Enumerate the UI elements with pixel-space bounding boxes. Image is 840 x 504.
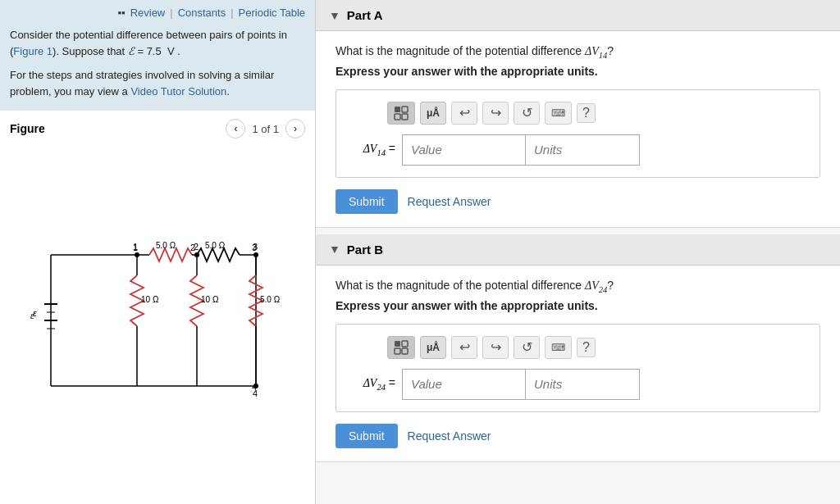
svg-rect-36 <box>395 107 400 112</box>
part-a-header: ▼ Part A <box>316 0 840 31</box>
part-b-submit-button[interactable]: Submit <box>336 424 398 448</box>
svg-rect-41 <box>402 341 408 347</box>
circuit-svg: 1 2 3 4 ε <box>26 238 289 402</box>
svg-text:10 Ω: 10 Ω <box>201 295 219 304</box>
part-a-help-button[interactable]: ? <box>577 103 596 123</box>
part-b-section: ▼ Part B What is the magnitude of the po… <box>316 234 840 462</box>
part-a-submit-button[interactable]: Submit <box>336 189 398 214</box>
part-b-toolbar: μÅ ↩ ↪ ↺ ⌨ ? <box>346 336 810 359</box>
svg-rect-39 <box>402 114 408 120</box>
circuit-diagram: 1 2 3 4 ε <box>10 145 305 496</box>
part-b-keyboard-button[interactable]: ⌨ <box>545 336 572 359</box>
svg-rect-40 <box>395 341 400 347</box>
svg-text:5.0 Ω: 5.0 Ω <box>156 241 176 250</box>
svg-rect-43 <box>402 348 408 354</box>
matrix-icon <box>394 106 409 120</box>
part-a-redo-button[interactable]: ↪ <box>482 102 509 125</box>
part-b-units-input[interactable] <box>525 369 640 400</box>
part-b-question: What is the magnitude of the potential d… <box>336 279 820 294</box>
svg-point-28 <box>194 252 199 257</box>
svg-text:ε: ε <box>30 310 34 321</box>
figure-prev-button[interactable]: ‹ <box>226 119 245 138</box>
part-a-reset-button[interactable]: ↺ <box>514 102 540 125</box>
part-b-equation-label: ΔV24 = <box>346 376 395 392</box>
svg-text:4: 4 <box>253 388 258 398</box>
part-b-value-input[interactable] <box>402 369 525 400</box>
figure-section: Figure ‹ 1 of 1 › 1 2 3 4 ε <box>0 111 315 504</box>
part-a-equation-label: ΔV14 = <box>346 142 395 157</box>
part-a-value-input[interactable] <box>402 134 525 166</box>
part-a-instruction: Express your answer with the appropriate… <box>336 65 820 78</box>
svg-rect-42 <box>395 348 400 354</box>
svg-text:10 Ω: 10 Ω <box>141 295 159 304</box>
problem-context: ▪▪ Review | Constants | Periodic Table C… <box>0 0 315 111</box>
svg-text:3: 3 <box>253 242 258 252</box>
problem-text-2: For the steps and strategies involved in… <box>10 67 305 99</box>
review-bar: ▪▪ Review | Constants | Periodic Table <box>10 7 305 19</box>
part-b-redo-button[interactable]: ↪ <box>482 336 509 359</box>
part-b-unit-button[interactable]: μÅ <box>420 336 446 359</box>
svg-point-29 <box>253 252 258 257</box>
review-link[interactable]: Review <box>130 7 166 19</box>
part-a-request-answer-link[interactable]: Request Answer <box>408 195 491 208</box>
part-b-request-answer-link[interactable]: Request Answer <box>408 429 491 443</box>
figure-next-button[interactable]: › <box>285 119 305 138</box>
part-a-input-row: ΔV14 = <box>346 134 810 166</box>
svg-point-27 <box>135 252 139 257</box>
part-a-keyboard-button[interactable]: ⌨ <box>545 102 572 125</box>
sep1: | <box>170 7 172 19</box>
svg-rect-38 <box>395 114 400 120</box>
svg-text:2: 2 <box>194 242 199 252</box>
figure-title: Figure <box>10 122 45 135</box>
part-b-input-row: ΔV24 = <box>346 369 810 400</box>
part-b-action-row: Submit Request Answer <box>336 424 820 448</box>
part-b-header: ▼ Part B <box>316 234 840 266</box>
part-a-section: ▼ Part A What is the magnitude of the po… <box>316 0 840 228</box>
problem-text-1: Consider the potential difference betwee… <box>10 27 305 59</box>
right-panel: ▼ Part A What is the magnitude of the po… <box>316 0 840 504</box>
part-a-toolbar: μÅ ↩ ↪ ↺ ⌨ ? <box>346 102 810 125</box>
part-b-collapse-arrow[interactable]: ▼ <box>329 243 340 256</box>
figure-header: Figure ‹ 1 of 1 › <box>10 119 305 138</box>
figure-page-indicator: 1 of 1 <box>252 123 279 135</box>
book-icon: ▪▪ <box>117 7 125 19</box>
part-b-instruction: Express your answer with the appropriate… <box>336 299 820 312</box>
matrix-icon-b <box>394 340 409 355</box>
svg-rect-37 <box>402 107 408 112</box>
figure-navigation: ‹ 1 of 1 › <box>226 119 305 138</box>
part-b-reset-button[interactable]: ↺ <box>514 336 540 359</box>
svg-text:1: 1 <box>133 242 138 252</box>
part-a-unit-button[interactable]: μÅ <box>420 102 446 125</box>
left-panel: ▪▪ Review | Constants | Periodic Table C… <box>0 0 316 504</box>
part-a-units-input[interactable] <box>525 134 640 166</box>
part-b-matrix-button[interactable] <box>387 336 415 359</box>
part-a-label: Part A <box>347 8 383 22</box>
part-a-question: What is the magnitude of the potential d… <box>336 44 820 60</box>
part-a-collapse-arrow[interactable]: ▼ <box>329 9 340 22</box>
part-b-label: Part B <box>347 243 383 257</box>
constants-link[interactable]: Constants <box>178 7 226 19</box>
svg-text:5.0 Ω: 5.0 Ω <box>260 295 281 304</box>
part-b-undo-button[interactable]: ↩ <box>451 336 477 359</box>
part-a-content: What is the magnitude of the potential d… <box>316 44 840 214</box>
svg-text:5.0 Ω: 5.0 Ω <box>205 241 226 250</box>
part-b-content: What is the magnitude of the potential d… <box>316 279 840 448</box>
periodic-table-link[interactable]: Periodic Table <box>239 7 305 19</box>
part-a-action-row: Submit Request Answer <box>336 189 820 214</box>
figure-link[interactable]: Figure 1 <box>13 45 52 57</box>
video-tutor-link[interactable]: Video Tutor Solution <box>130 85 226 98</box>
part-b-help-button[interactable]: ? <box>577 338 596 357</box>
part-a-matrix-button[interactable] <box>387 102 415 125</box>
part-a-undo-button[interactable]: ↩ <box>451 102 477 125</box>
sep2: | <box>231 7 233 19</box>
part-a-answer-box: μÅ ↩ ↪ ↺ ⌨ ? ΔV14 = <box>336 89 820 178</box>
part-b-answer-box: μÅ ↩ ↪ ↺ ⌨ ? ΔV24 = <box>336 324 820 412</box>
